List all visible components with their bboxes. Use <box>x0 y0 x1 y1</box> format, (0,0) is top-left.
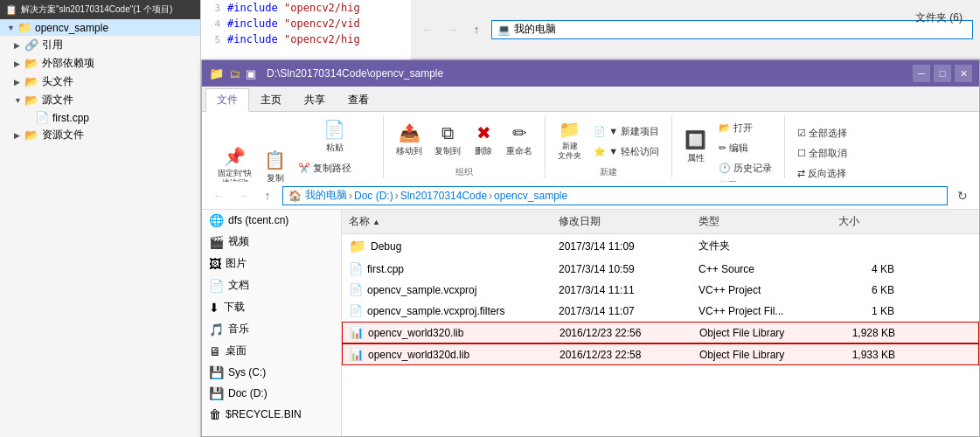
titlebar-icon3: ▣ <box>246 67 256 80</box>
top-nav-bar: ← → ↑ 💻 我的电脑 文件夹 (6) <box>411 0 980 59</box>
easy-access-icon: ⭐ <box>594 146 606 157</box>
open-label: 打开 <box>733 121 753 135</box>
tree-label-first_cpp: first.cpp <box>52 112 89 124</box>
nav-items-container: 🌐dfs (tcent.cn)🎬视频🖼图片📄文档⬇下载🎵音乐🖥桌面💾Sys (C… <box>202 210 341 425</box>
nav-item-xiazai[interactable]: ⬇下载 <box>202 296 341 318</box>
ribbon-group-select: ☑ 全部选择 ☐ 全部取消 ⇄ 反向选择 选择 <box>789 115 859 178</box>
move-to-button[interactable]: 📤 移动到 <box>391 119 427 161</box>
col-type[interactable]: 类型 <box>692 212 831 231</box>
invert-selection-button[interactable]: ⇄ 反向选择 <box>792 164 852 183</box>
nav-icon-tupian: 🖼 <box>209 257 221 271</box>
crumb-opencv-sample[interactable]: opencv_sample <box>494 190 567 202</box>
tree-label-yinyong: 引用 <box>42 38 63 52</box>
file-name-text-opencv-vcxproj-filters: opencv_sample.vcxproj.filters <box>367 305 504 317</box>
file-type-opencv-vcxproj: VC++ Project <box>692 282 831 298</box>
nav-item-wendang[interactable]: 📄文档 <box>202 274 341 296</box>
file-row-opencv-world320d-lib[interactable]: 📊opencv_world320d.lib2016/12/23 22:58Obj… <box>342 343 979 365</box>
refresh-button[interactable]: ↻ <box>953 186 972 205</box>
nav-panel: 🌐dfs (tcent.cn)🎬视频🖼图片📄文档⬇下载🎵音乐🖥桌面💾Sys (C… <box>202 210 342 436</box>
ribbon-tab-zhuti[interactable]: 主页 <box>249 88 293 111</box>
tree-arrow-toufie: ▶ <box>14 78 24 87</box>
paste-button[interactable]: 📄 粘贴 <box>293 115 376 157</box>
addr-forward-button[interactable]: → <box>233 186 253 205</box>
file-date-debug-folder: 2017/3/14 11:09 <box>552 239 692 254</box>
maximize-button[interactable]: □ <box>934 65 951 82</box>
copy-to-label: 复制到 <box>434 145 461 157</box>
top-address-bar[interactable]: 💻 我的电脑 <box>491 20 973 39</box>
tree-item-first_cpp[interactable]: 📄first.cpp <box>0 109 200 126</box>
tree-arrow-opencv_sample: ▼ <box>7 24 17 32</box>
ribbon-tab-wenjian[interactable]: 文件 <box>205 88 249 112</box>
tree-item-toufie[interactable]: ▶📂头文件 <box>0 73 200 91</box>
history-label: 历史记录 <box>733 162 772 175</box>
line-text: #include "opencv2/hig <box>227 33 360 45</box>
col-name[interactable]: 名称 ▲ <box>342 212 552 231</box>
col-date[interactable]: 修改日期 <box>552 212 692 231</box>
addr-up-button[interactable]: ↑ <box>258 186 277 205</box>
ribbon-tab-chakan[interactable]: 查看 <box>337 88 380 111</box>
up-button[interactable]: ↑ <box>467 20 486 39</box>
nav-item-sys-c[interactable]: 💾Sys (C:) <box>202 362 341 383</box>
nav-item-tupian[interactable]: 🖼图片 <box>202 253 341 274</box>
deselect-all-icon: ☐ <box>797 148 806 159</box>
nav-item-zhuomian[interactable]: 🖥桌面 <box>202 340 341 362</box>
address-path[interactable]: 🏠 我的电脑 › Doc (D:) › Sln20170314Code › op… <box>282 186 948 205</box>
file-type-opencv-world320-lib: Object File Library <box>692 325 832 341</box>
new-folder-button[interactable]: 📁 新建文件夹 <box>553 115 587 164</box>
file-size-opencv-vcxproj: 6 KB <box>831 282 901 298</box>
nav-item-recycle[interactable]: 🗑$RECYCLE.BIN <box>202 404 341 425</box>
history-button[interactable]: 🕐 历史记录 <box>713 159 777 177</box>
file-row-opencv-vcxproj[interactable]: 📄opencv_sample.vcxproj2017/3/14 11:11VC+… <box>342 280 979 301</box>
nav-item-dfs[interactable]: 🌐dfs (tcent.cn) <box>202 210 341 231</box>
nav-icon-shipin: 🎬 <box>209 235 224 249</box>
tree-item-waibu[interactable]: ▶📂外部依赖项 <box>0 54 200 73</box>
rename-button[interactable]: ✏ 重命名 <box>501 119 538 161</box>
nav-icon-doc-d: 💾 <box>209 386 224 400</box>
crumb-sln-code[interactable]: Sln20170314Code <box>400 190 487 202</box>
tree-item-opencv_sample[interactable]: ▼📁opencv_sample <box>0 19 200 36</box>
edit-button[interactable]: ✏ 编辑 <box>713 139 777 157</box>
nav-item-yinyue[interactable]: 🎵音乐 <box>202 318 341 340</box>
crumb-sep-1: › <box>349 190 352 202</box>
col-size-label: 大小 <box>838 215 859 227</box>
code-line-3: 3#include "opencv2/hig <box>201 0 411 16</box>
nav-item-shipin[interactable]: 🎬视频 <box>202 231 341 253</box>
addr-back-button[interactable]: ← <box>209 186 228 205</box>
crumb-doc-d[interactable]: Doc (D:) <box>354 190 393 202</box>
crumb-my-pc[interactable]: 我的电脑 <box>305 188 347 203</box>
explorer-titlebar: 📁 🗂 ▣ D:\Sln20170314Code\opencv_sample ─… <box>202 60 979 87</box>
new-buttons: 📁 新建文件夹 📄 ▼ 新建项目 ⭐ ▼ 轻松访问 <box>553 115 664 164</box>
tree-item-yuanwenjian[interactable]: ▼📂源文件 <box>0 91 200 109</box>
new-item-button[interactable]: 📄 ▼ 新建项目 <box>588 122 664 141</box>
close-button[interactable]: ✕ <box>955 65 972 82</box>
open-button[interactable]: 📂 打开 <box>713 119 777 137</box>
copy-to-button[interactable]: ⧉ 复制到 <box>429 120 466 161</box>
tree-item-yinyong[interactable]: ▶🔗引用 <box>0 36 200 54</box>
easy-access-label: ▼ 轻松访问 <box>608 145 659 158</box>
minimize-button[interactable]: ─ <box>913 65 930 82</box>
nav-label-tupian: 图片 <box>226 256 334 271</box>
nav-label-doc-d: Doc (D:) <box>228 387 334 399</box>
tree-item-ziyuan[interactable]: ▶📂资源文件 <box>0 126 200 144</box>
file-row-opencv-world320-lib[interactable]: 📊opencv_world320.lib2016/12/23 22:56Obje… <box>342 322 979 343</box>
file-row-debug-folder[interactable]: 📁Debug2017/3/14 11:09文件夹 <box>342 234 979 259</box>
ribbon-tab-gongxiang[interactable]: 共享 <box>293 88 337 111</box>
col-name-label: 名称 <box>349 214 370 229</box>
col-size[interactable]: 大小 <box>831 212 901 231</box>
new-item-icon: 📄 <box>594 126 606 137</box>
delete-button[interactable]: ✖ 删除 <box>468 119 499 161</box>
tree-label-yuanwenjian: 源文件 <box>42 93 73 108</box>
file-icon-first-cpp: 📄 <box>349 262 363 275</box>
back-button[interactable]: ← <box>418 20 437 39</box>
deselect-all-button[interactable]: ☐ 全部取消 <box>792 144 852 163</box>
file-date-first-cpp: 2017/3/14 10:59 <box>552 261 692 277</box>
properties-button[interactable]: 🔲 属性 <box>679 126 712 168</box>
select-all-button[interactable]: ☑ 全部选择 <box>792 124 852 142</box>
file-row-opencv-vcxproj-filters[interactable]: 📄opencv_sample.vcxproj.filters2017/3/14 … <box>342 301 979 322</box>
forward-button[interactable]: → <box>442 20 462 39</box>
file-row-first-cpp[interactable]: 📄first.cpp2017/3/14 10:59C++ Source4 KB <box>342 259 979 280</box>
copy-path-button[interactable]: ✂️ 复制路径 <box>293 159 376 177</box>
easy-access-button[interactable]: ⭐ ▼ 轻松访问 <box>588 142 664 161</box>
tree-icon-yuanwenjian: 📂 <box>24 94 38 107</box>
nav-item-doc-d[interactable]: 💾Doc (D:) <box>202 383 341 404</box>
